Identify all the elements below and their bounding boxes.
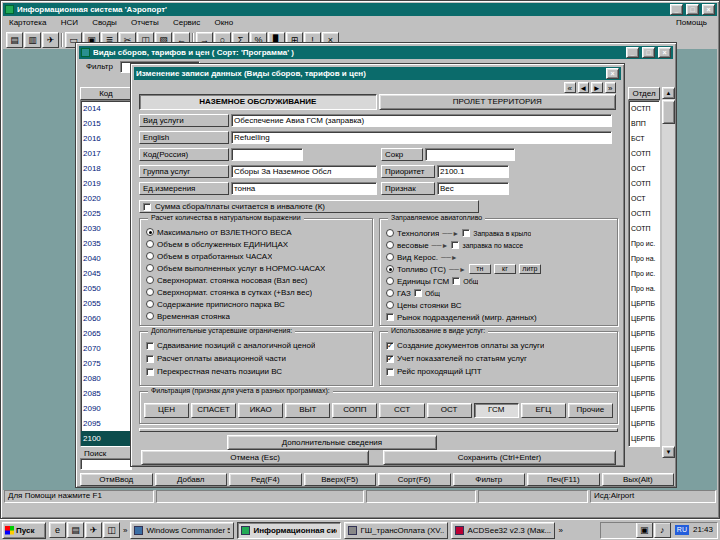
- quantity-option[interactable]: Сверхнормат. стоянка носовая (Взл вес): [142, 274, 370, 286]
- dept-cell[interactable]: ОСТ: [629, 161, 659, 176]
- filtration-toggle-button[interactable]: Прочие: [568, 403, 613, 418]
- grid-row[interactable]: 2014: [81, 101, 131, 116]
- radio-icon[interactable]: [386, 277, 394, 285]
- dept-cell[interactable]: ЦБРПБ: [629, 431, 659, 446]
- task-gsh-oplata[interactable]: ГШ_трансОплата (XV...: [344, 522, 448, 539]
- service-input[interactable]: Обеспечение Авиа ГСМ (заправка): [231, 114, 612, 127]
- dept-cell[interactable]: Про на.: [629, 281, 659, 296]
- tab-ground-handling[interactable]: НАЗЕМНОЕ ОБСЛУЖИВАНИЕ: [139, 94, 377, 110]
- browse-minimize-button[interactable]: _: [626, 47, 639, 58]
- fuel-row-technology[interactable]: Технология ──► Заправка в крыло: [382, 227, 615, 239]
- radio-icon[interactable]: [386, 265, 394, 273]
- grid-row[interactable]: 2065: [81, 326, 131, 341]
- grid-header-code[interactable]: Код: [80, 87, 132, 100]
- radio-icon[interactable]: [146, 252, 154, 260]
- grid-header-dept[interactable]: Отдел: [628, 87, 660, 100]
- checkbox-icon[interactable]: [143, 203, 151, 211]
- fuel-row-parking-prices[interactable]: Цены стоянки ВС: [382, 299, 615, 311]
- dept-cell[interactable]: ОСТ: [629, 191, 659, 206]
- dept-cell[interactable]: Про ис.: [629, 236, 659, 251]
- clock[interactable]: 21:43: [693, 525, 713, 535]
- code-grid[interactable]: 2014201520162017201820192020202520302035…: [80, 100, 132, 447]
- dialog-title-bar[interactable]: Изменение записи данных (Виды сборов, та…: [134, 67, 621, 80]
- grid-row[interactable]: 2040: [81, 251, 131, 266]
- browse-action-button[interactable]: Печ(F11): [527, 473, 600, 486]
- grid-row[interactable]: 2055: [81, 296, 131, 311]
- dept-cell[interactable]: ЦБРПБ: [629, 296, 659, 311]
- toolbar-button[interactable]: ✈: [42, 32, 59, 48]
- dept-cell[interactable]: ЦБРПБ: [629, 401, 659, 416]
- radio-icon[interactable]: [386, 253, 394, 261]
- checkbox-icon[interactable]: [146, 342, 154, 350]
- grid-row[interactable]: 2100: [81, 431, 131, 446]
- grid-row[interactable]: 2090: [81, 401, 131, 416]
- menu-otchety[interactable]: Отчеты: [125, 17, 165, 29]
- dept-cell[interactable]: ОСТП: [629, 101, 659, 116]
- language-indicator[interactable]: RU: [675, 525, 689, 535]
- dept-cell[interactable]: ВПП: [629, 116, 659, 131]
- restriction-option[interactable]: Перекрестная печать позиции ВС: [142, 365, 370, 378]
- tray-icon[interactable]: ▣: [636, 522, 653, 538]
- grid-row[interactable]: 2035: [81, 236, 131, 251]
- browse-action-button[interactable]: Добавл: [155, 473, 228, 486]
- unit-ton-button[interactable]: тн: [469, 264, 491, 274]
- dept-cell[interactable]: СОТП: [629, 146, 659, 161]
- menu-servis[interactable]: Сервис: [167, 17, 206, 29]
- browse-action-button[interactable]: Вых(Alt): [602, 473, 675, 486]
- chevron-icon[interactable]: »: [123, 526, 127, 535]
- dept-cell[interactable]: Про на.: [629, 251, 659, 266]
- checkbox-icon[interactable]: [451, 241, 459, 249]
- grid-row[interactable]: 2085: [81, 386, 131, 401]
- unit-kg-button[interactable]: кг: [494, 264, 516, 274]
- radio-icon[interactable]: [386, 229, 394, 237]
- radio-icon[interactable]: [146, 300, 154, 308]
- usage-option[interactable]: Учет показателей по статьям услуг: [382, 352, 615, 365]
- dept-cell[interactable]: ЦБРПБ: [629, 371, 659, 386]
- checkbox-icon[interactable]: [386, 355, 394, 363]
- menu-nsi[interactable]: НСИ: [55, 17, 84, 29]
- filtration-toggle-button[interactable]: СПАСЕТ: [191, 403, 236, 418]
- record-nav-button[interactable]: ►: [591, 82, 603, 93]
- grid-row[interactable]: 2050: [81, 281, 131, 296]
- radio-icon[interactable]: [386, 289, 394, 297]
- unit-litre-button[interactable]: литр: [519, 264, 541, 274]
- toolbar-button[interactable]: ▥: [24, 32, 41, 48]
- task-airport-system[interactable]: Информационная сис...: [237, 522, 341, 539]
- minimize-button[interactable]: _: [670, 4, 683, 15]
- grid-row[interactable]: 2020: [81, 191, 131, 206]
- service-group-input[interactable]: Сборы За Наземное Обсл: [231, 165, 377, 178]
- grid-row[interactable]: 2060: [81, 311, 131, 326]
- usage-option[interactable]: Создание документов оплаты за услуги: [382, 339, 615, 352]
- browse-action-button[interactable]: Вверх(F5): [304, 473, 377, 486]
- fuel-row-kerosene[interactable]: Вид Керос. ──►: [382, 251, 615, 263]
- dept-cell[interactable]: ЦБРПБ: [629, 416, 659, 431]
- browse-title-bar[interactable]: Виды сборов, тарифов и цен ( Сорт: 'Прог…: [79, 46, 673, 59]
- grid-row[interactable]: 2017: [81, 146, 131, 161]
- menu-kartoteka[interactable]: Картотека: [3, 17, 52, 29]
- radio-icon[interactable]: [146, 228, 154, 236]
- quick-launch-button[interactable]: ✈: [85, 522, 102, 538]
- browse-close-button[interactable]: ×: [658, 47, 671, 58]
- close-button[interactable]: ×: [702, 4, 715, 15]
- dept-cell[interactable]: СОТП: [629, 176, 659, 191]
- grid-row[interactable]: 2070: [81, 341, 131, 356]
- quantity-option[interactable]: Максимально от ВЗЛЕТНОГО ВЕСА: [142, 226, 370, 238]
- dialog-close-button[interactable]: ×: [606, 68, 619, 79]
- fuel-row-gas[interactable]: ГАЗ Общ: [382, 287, 615, 299]
- quantity-option[interactable]: Временная стоянка: [142, 310, 370, 322]
- usage-option[interactable]: Рейс проходящий ЦПТ: [382, 365, 615, 378]
- filtration-toggle-button[interactable]: ЦЕН: [144, 403, 189, 418]
- record-nav-button[interactable]: ◄: [578, 82, 590, 93]
- radio-icon[interactable]: [146, 312, 154, 320]
- grid-row[interactable]: 2045: [81, 266, 131, 281]
- maximize-button[interactable]: □: [686, 4, 699, 15]
- filtration-toggle-button[interactable]: ОСТ: [427, 403, 472, 418]
- checkbox-icon[interactable]: [146, 368, 154, 376]
- checkbox-icon[interactable]: [414, 289, 422, 297]
- grid-row[interactable]: 2095: [81, 416, 131, 431]
- search-input[interactable]: [80, 458, 132, 470]
- radio-icon[interactable]: [386, 241, 394, 249]
- restriction-option[interactable]: Расчет оплаты авиационной части: [142, 352, 370, 365]
- browse-action-button[interactable]: ОтмВвод: [80, 473, 153, 486]
- fuel-row-market[interactable]: Рынок подразделений (мигр. данных): [382, 311, 615, 323]
